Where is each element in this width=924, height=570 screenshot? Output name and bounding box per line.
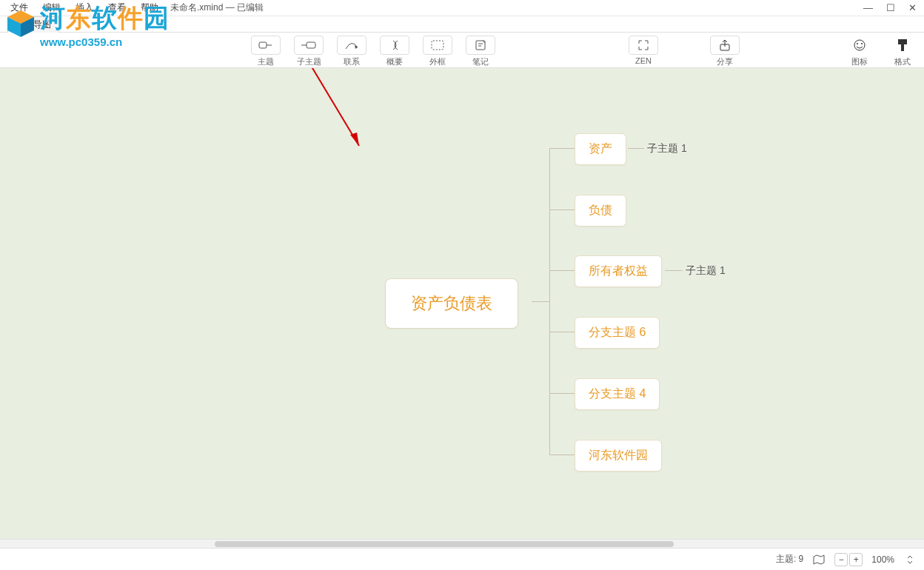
smile-icon [853, 38, 866, 52]
mindmap-canvas[interactable]: 资产负债表 资产 子主题 1 负债 所有者权益 子主题 1 分支主题 6 分支主… [0, 68, 924, 548]
note-icon [475, 39, 486, 51]
zen-icon [637, 39, 649, 51]
sub-topic[interactable]: 子主题 1 [686, 264, 726, 278]
toolbar-boundary-button[interactable]: 外框 [416, 36, 459, 67]
scrollbar-thumb[interactable] [215, 541, 674, 547]
relation-icon [344, 40, 359, 50]
menu-help[interactable]: 帮助 [133, 1, 166, 14]
annotation-arrow [289, 68, 370, 157]
menu-file[interactable]: 文件 [3, 1, 36, 14]
branch-topic[interactable]: 所有者权益 [575, 255, 662, 287]
toolbar-zen-button[interactable]: ZEN [622, 36, 665, 65]
window-minimize-icon[interactable]: — [863, 2, 873, 13]
map-outline-icon[interactable] [812, 553, 826, 566]
canvas-wrap: 资产负债表 资产 子主题 1 负债 所有者权益 子主题 1 分支主题 6 分支主… [0, 68, 924, 548]
svg-point-15 [861, 43, 863, 44]
toolbar-summary-button[interactable]: 概要 [373, 36, 416, 67]
zoom-out-button[interactable]: − [834, 553, 848, 566]
svg-rect-17 [901, 44, 904, 51]
toolbar-note-button[interactable]: 笔记 [459, 36, 502, 67]
menu-view[interactable]: 查看 [101, 1, 133, 14]
tab-bar: 思维导图 [0, 16, 924, 33]
tab-mindmap[interactable]: 思维导图 [7, 16, 59, 33]
toolbar-subtopic-button[interactable]: 子主题 [287, 36, 330, 67]
branch-topic[interactable]: 资产 [575, 133, 626, 165]
zoom-control: − + [834, 553, 863, 566]
menu-insert[interactable]: 插入 [68, 1, 101, 14]
branch-topic[interactable]: 负债 [575, 195, 626, 227]
chevron-updown-icon[interactable] [903, 553, 917, 566]
svg-rect-8 [432, 41, 443, 50]
toolbar-relation-button[interactable]: 联系 [330, 36, 373, 67]
branch-topic[interactable]: 河东软件园 [575, 440, 662, 472]
toolbar-marker-button[interactable]: 图标 [838, 36, 881, 67]
format-icon [897, 38, 908, 52]
toolbar-share-button[interactable]: 分享 [703, 36, 746, 67]
svg-point-13 [854, 40, 865, 50]
status-topic-count: 主题: 9 [776, 553, 803, 566]
toolbar-topic-button[interactable]: 主题 [244, 36, 287, 67]
window-title: 未命名.xmind — 已编辑 [170, 1, 264, 14]
zoom-level: 100% [871, 554, 894, 565]
window-close-icon[interactable]: ✕ [908, 2, 917, 13]
toolbar: 主题 子主题 联系 概要 外框 笔记 ZEN 分 [0, 33, 924, 68]
svg-rect-3 [259, 42, 267, 48]
horizontal-scrollbar[interactable] [0, 539, 924, 548]
svg-rect-6 [307, 42, 315, 48]
topic-icon [258, 40, 273, 50]
central-topic[interactable]: 资产负债表 [385, 278, 518, 329]
menu-edit[interactable]: 编辑 [36, 1, 68, 14]
toolbar-format-button[interactable]: 格式 [881, 36, 924, 67]
boundary-icon [431, 40, 444, 50]
svg-point-14 [857, 43, 858, 44]
svg-line-18 [304, 68, 359, 146]
window-maximize-icon[interactable]: ☐ [886, 2, 895, 13]
menu-bar: 文件 编辑 插入 查看 帮助 未命名.xmind — 已编辑 — ☐ ✕ [0, 0, 924, 16]
sub-topic[interactable]: 子主题 1 [647, 142, 687, 155]
svg-rect-16 [898, 39, 907, 44]
subtopic-icon [301, 40, 317, 50]
share-icon [719, 39, 731, 51]
zoom-in-button[interactable]: + [849, 553, 863, 566]
branch-topic[interactable]: 分支主题 4 [575, 378, 660, 410]
svg-marker-19 [350, 133, 359, 146]
summary-icon [389, 39, 401, 51]
branch-topic[interactable]: 分支主题 6 [575, 317, 660, 349]
status-bar: 主题: 9 − + 100% [0, 548, 924, 570]
